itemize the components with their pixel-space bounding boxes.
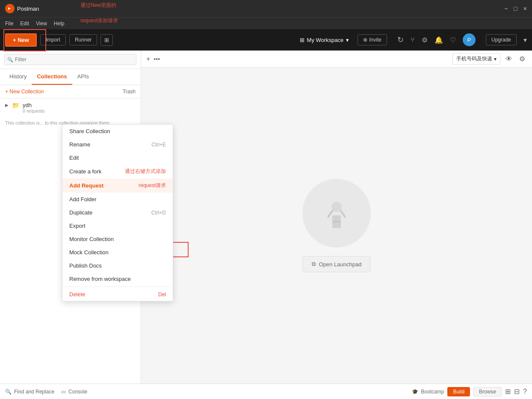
menu-bar: File Edit View Help (0, 17, 532, 29)
fork-icon[interactable]: ⑂ (411, 36, 415, 44)
console-icon: ▭ (61, 389, 66, 395)
trash-button[interactable]: Trash (123, 89, 136, 95)
collection-meta: 0 requests (23, 108, 44, 113)
sidebar-filter-input[interactable] (4, 54, 136, 65)
menu-view[interactable]: View (36, 21, 47, 27)
bootcamp-icon: 🎓 (412, 389, 418, 395)
ctx-add-folder[interactable]: Add Folder (62, 193, 173, 206)
tab-collections[interactable]: Collections (32, 69, 72, 85)
window-controls[interactable]: − □ × (504, 5, 527, 12)
ctx-export[interactable]: Export (62, 219, 173, 232)
ctx-create-fork[interactable]: Create a fork 通过右键方式添加 (62, 164, 173, 179)
ctx-remove-workspace[interactable]: Remove from workspace (62, 272, 173, 286)
ctx-publish-docs[interactable]: Publish Docs (62, 259, 173, 272)
workspace-dropdown-label: 手机号码及快递 (456, 55, 492, 63)
workspace-icon: ⊞ (300, 37, 304, 43)
upgrade-chevron-icon[interactable]: ▾ (523, 36, 527, 44)
annotation-fork: 通过右键方式添加 (125, 168, 166, 175)
invite-icon: ⊕ (363, 37, 367, 43)
upgrade-button[interactable]: Upgrade (486, 34, 517, 45)
ctx-add-request[interactable]: Add Request request请求 (62, 179, 173, 193)
sync-icon[interactable]: ↻ (397, 35, 404, 45)
search-icon: 🔍 (7, 57, 13, 63)
console-label: Console (68, 389, 87, 395)
filter-icon[interactable]: ⚙ (517, 53, 527, 65)
bottom-bar: 🔍 Find and Replace ▭ Console 🎓 Bootcamp … (0, 384, 532, 399)
workspace-selector[interactable]: ⊞ My Workspace ▾ (300, 37, 349, 43)
add-tab-icon[interactable]: + (146, 55, 150, 63)
ctx-duplicate[interactable]: Duplicate Ctrl+D (62, 206, 173, 219)
bootcamp-label: Bootcamp (421, 389, 444, 395)
menu-help[interactable]: Help (54, 21, 65, 27)
ctx-mock-collection[interactable]: Mock Collection (62, 246, 173, 259)
new-button[interactable]: + New (5, 33, 37, 47)
collection-folder-icon: 📁 (12, 102, 19, 109)
tab-history[interactable]: History (4, 69, 32, 85)
invite-button[interactable]: ⊕ Invite (358, 34, 387, 45)
ctx-monitor-collection[interactable]: Monitor Collection (62, 232, 173, 246)
bootcamp-item[interactable]: 🎓 Bootcamp (412, 389, 444, 395)
find-replace-label: Find and Replace (14, 389, 54, 395)
content-tabs: + ••• 手机号码及快递 ▾ 👁 ⚙ (141, 51, 532, 68)
open-launchpad-button[interactable]: ⧉ Open Launchpad (303, 256, 371, 272)
console-item[interactable]: ▭ Console (61, 389, 87, 395)
bell-icon[interactable]: 🔔 (434, 36, 443, 44)
import-button[interactable]: Import (40, 34, 66, 45)
heart-icon[interactable]: ♡ (450, 36, 456, 44)
ctx-edit[interactable]: Edit (62, 151, 173, 164)
svg-point-2 (331, 202, 342, 212)
help-icon[interactable]: ? (523, 388, 527, 396)
browse-tab-btn[interactable]: Browse (473, 387, 502, 396)
monitor-icon[interactable]: ⊟ (514, 387, 520, 396)
close-btn[interactable]: × (523, 5, 527, 12)
sidebar-actions: + New Collection Trash (0, 85, 141, 98)
collection-info: ydh 0 requests (23, 102, 44, 113)
ctx-share-collection[interactable]: Share Collection (62, 125, 173, 138)
ctx-divider (62, 286, 173, 287)
ctx-rename[interactable]: Rename Ctrl+E (62, 138, 173, 151)
annotation-new: 通过New里面的 (80, 2, 116, 9)
find-replace-item[interactable]: 🔍 Find and Replace (5, 389, 54, 395)
more-tabs-icon[interactable]: ••• (154, 56, 160, 63)
app-title: Postman (17, 6, 39, 12)
ctx-delete[interactable]: Delete Del (62, 288, 173, 301)
placeholder-graphic (302, 179, 371, 247)
maximize-btn[interactable]: □ (514, 5, 517, 12)
eye-icon[interactable]: 👁 (504, 54, 514, 65)
minimize-btn[interactable]: − (504, 5, 508, 12)
toolbar: + New Import Runner ⊞ ⊞ My Workspace ▾ ⊕… (0, 29, 532, 51)
layout-button[interactable]: ⊞ (100, 34, 113, 46)
tab-apis[interactable]: APIs (72, 69, 94, 85)
open-launchpad-label: Open Launchpad (319, 261, 362, 268)
chevron-down-icon: ▾ (346, 37, 349, 43)
bottom-right: 🎓 Bootcamp Build Browse ⊞ ⊟ ? (412, 387, 527, 396)
title-bar: Postman 通过New里面的 − □ × (0, 0, 532, 17)
menu-file[interactable]: File (5, 21, 13, 27)
avatar[interactable]: P (463, 33, 476, 46)
dropdown-chevron-icon: ▾ (494, 56, 497, 62)
app-logo: Postman (5, 4, 39, 13)
sidebar-tabs: History Collections APIs (0, 69, 141, 85)
context-menu: Share Collection Rename Ctrl+E Edit Crea… (62, 124, 173, 301)
runner-button[interactable]: Runner (69, 34, 97, 45)
collection-name: ydh (23, 102, 44, 108)
workspace-label: My Workspace (307, 37, 344, 43)
central-content: ⧉ Open Launchpad (141, 68, 532, 384)
search-icon: 🔍 (5, 389, 12, 395)
invite-label: Invite (369, 37, 381, 43)
build-tab-btn[interactable]: Build (447, 387, 470, 396)
collection-item-ydh[interactable]: ▶ 📁 ydh 0 requests (0, 98, 141, 117)
workspace-dropdown[interactable]: 手机号码及快递 ▾ (452, 53, 500, 65)
menu-edit[interactable]: Edit (20, 21, 29, 27)
new-collection-button[interactable]: + New Collection (5, 89, 44, 95)
launchpad-icon: ⧉ (312, 261, 316, 268)
annotation-addreq: request请求 (139, 182, 166, 189)
tab-bar-right: 手机号码及快递 ▾ 👁 ⚙ (452, 53, 527, 65)
sidebar-search-wrap: 🔍 (0, 51, 141, 69)
settings-icon[interactable]: ⚙ (422, 36, 428, 44)
layout-icon[interactable]: ⊞ (505, 387, 511, 396)
content-area: + ••• 手机号码及快递 ▾ 👁 ⚙ (141, 51, 532, 384)
collection-chevron-icon: ▶ (5, 103, 9, 107)
toolbar-icons: ↻ ⑂ ⚙ 🔔 ♡ P Upgrade ▾ (397, 33, 527, 46)
